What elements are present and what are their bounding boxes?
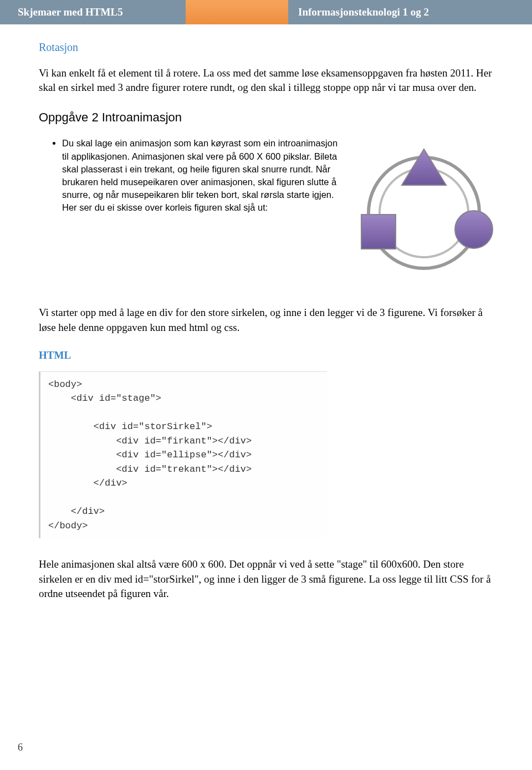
closing-paragraph: Hele animasjonen skal altså være 600 x 6… (39, 557, 493, 601)
code-snippet: <body> <div id="stage"> <div id="storSir… (39, 371, 327, 539)
header-title-right: Informasjonsteknologi 1 og 2 (288, 0, 532, 24)
exercise-block: Oppgåve 2 Introanimasjon Du skal lage ei… (39, 110, 493, 282)
after-diagram-paragraph: Vi starter opp med å lage en div for den… (39, 305, 493, 334)
html-section-label: HTML (39, 349, 493, 361)
svg-marker-2 (402, 149, 446, 185)
exercise-list: Du skal lage ein animasjon som kan køyra… (39, 137, 345, 214)
section-heading-rotation: Rotasjon (39, 41, 493, 54)
svg-point-4 (455, 211, 493, 248)
exercise-text: Oppgåve 2 Introanimasjon Du skal lage ei… (39, 110, 345, 214)
page-content: Rotasjon Vi kan enkelt få et element til… (0, 24, 532, 601)
exercise-title: Oppgåve 2 Introanimasjon (39, 110, 345, 125)
intro-paragraph: Vi kan enkelt få et element til å rotere… (39, 66, 493, 95)
exercise-bullet: Du skal lage ein animasjon som kan køyra… (62, 137, 345, 214)
header-title-left: Skjemaer med HTML5 (0, 0, 186, 24)
page-header: Skjemaer med HTML5 Informasjonsteknologi… (0, 0, 532, 24)
page-number: 6 (18, 742, 23, 753)
animation-diagram (355, 144, 493, 282)
svg-rect-3 (361, 215, 396, 249)
header-decoration (186, 0, 288, 24)
